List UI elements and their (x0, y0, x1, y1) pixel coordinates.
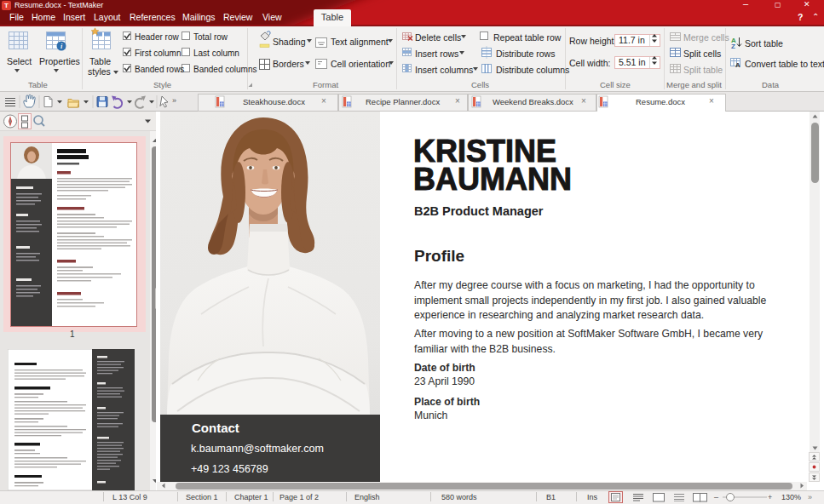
svg-text:Z: Z (731, 43, 735, 50)
svg-text:A: A (735, 61, 740, 69)
svg-text:»: » (172, 96, 176, 105)
